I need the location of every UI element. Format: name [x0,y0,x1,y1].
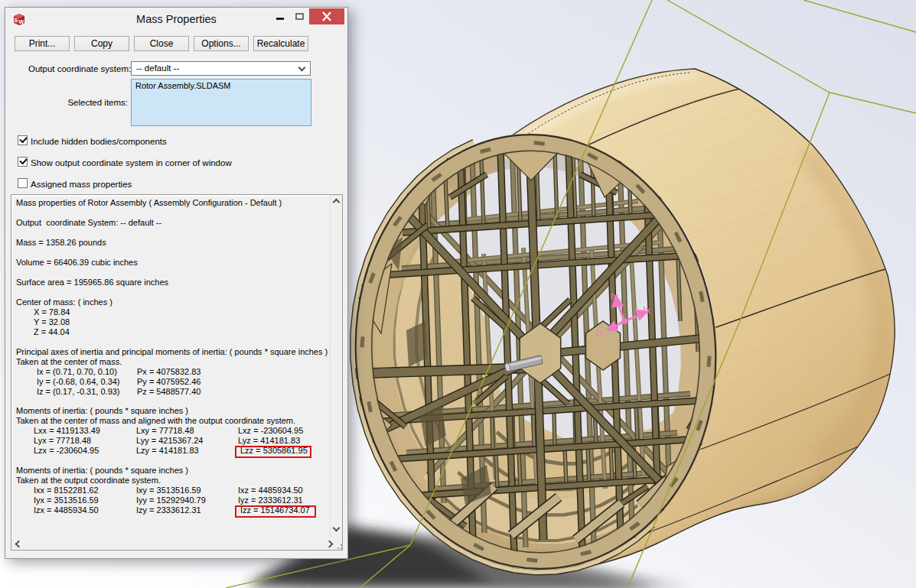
svg-text:Iz: Iz [596,327,604,339]
svg-text:W: W [19,19,24,24]
svg-text:S: S [14,18,18,23]
svg-text:Ix: Ix [643,304,651,316]
svg-text:Iy: Iy [611,291,619,302]
